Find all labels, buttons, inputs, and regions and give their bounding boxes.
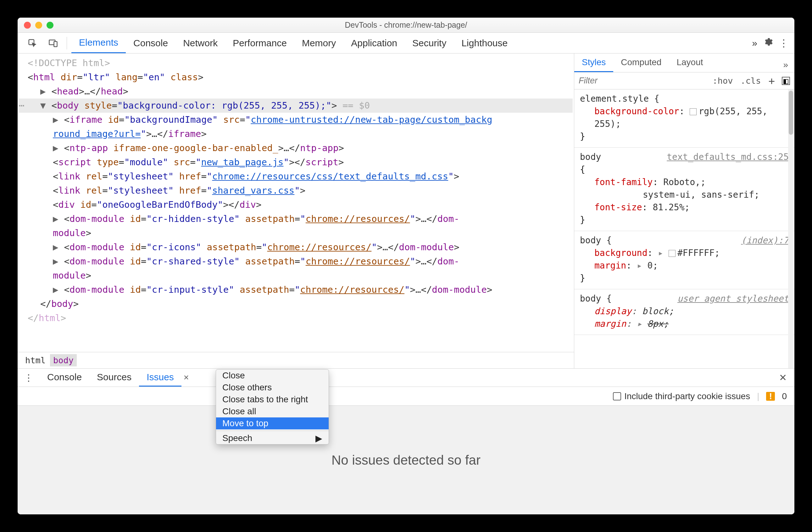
dom-line[interactable]: </html> (19, 311, 573, 325)
main-toolbar: ElementsConsoleNetworkPerformanceMemoryA… (18, 33, 794, 54)
window-titlebar: DevTools - chrome://new-tab-page/ (18, 18, 794, 33)
dom-line[interactable]: round_image?url=">…</iframe> (19, 127, 573, 141)
styles-scrollbar[interactable] (788, 89, 794, 368)
inspect-element-icon[interactable] (23, 37, 42, 50)
dom-line[interactable]: <html dir="ltr" lang="en" class> (19, 70, 573, 84)
drawer-tab-sources[interactable]: Sources (89, 369, 139, 387)
dom-line[interactable]: <div id="oneGoogleBarEndOfBody"></div> (19, 198, 573, 212)
third-party-cookie-checkbox[interactable]: Include third-party cookie issues (613, 391, 750, 401)
dom-tree[interactable]: <!DOCTYPE html><html dir="ltr" lang="en"… (18, 54, 574, 352)
context-menu-item[interactable]: Close tabs to the right (216, 393, 329, 405)
dom-line[interactable]: ⋯▼ <body style="background-color: rgb(25… (19, 99, 573, 113)
dom-line[interactable]: ▶ <head>…</head> (19, 84, 573, 99)
drawer-tab-console[interactable]: Console (40, 369, 89, 387)
breadcrumb[interactable]: html body (18, 352, 574, 368)
drawer-kebab-icon[interactable]: ⋮ (18, 369, 40, 387)
device-toolbar-icon[interactable] (44, 37, 62, 50)
svg-rect-2 (54, 42, 57, 46)
dom-line[interactable]: module> (19, 226, 573, 240)
drawer-close-icon[interactable]: ✕ (779, 372, 787, 383)
context-menu-item[interactable]: Speech▶ (216, 432, 329, 444)
styles-more-tabs-icon[interactable]: » (775, 54, 794, 72)
dom-line[interactable]: <link rel="stylesheet" href="chrome://re… (19, 169, 573, 183)
drawer-tab-issues[interactable]: Issues (139, 369, 182, 387)
dom-line[interactable]: </body> (19, 297, 573, 311)
settings-icon[interactable] (763, 37, 773, 49)
dom-line[interactable]: module> (19, 268, 573, 283)
window-title: DevTools - chrome://new-tab-page/ (18, 20, 794, 30)
breadcrumb-html[interactable]: html (22, 354, 49, 366)
cls-toggle[interactable]: .cls (737, 76, 765, 86)
context-menu-item[interactable]: Move to top (216, 417, 329, 429)
main-tab-security[interactable]: Security (405, 33, 454, 53)
issues-warning-icon[interactable]: ! (766, 392, 775, 401)
dom-line[interactable]: ▶ <ntp-app iframe-one-google-bar-enabled… (19, 141, 573, 155)
styles-filter-input[interactable] (574, 76, 634, 86)
dom-line[interactable]: <link rel="stylesheet" href="shared_vars… (19, 183, 573, 198)
toggle-sidebar-icon[interactable]: ◧ (782, 77, 790, 85)
context-menu-item[interactable]: Close (216, 369, 329, 381)
breadcrumb-body[interactable]: body (50, 354, 77, 366)
context-menu[interactable]: CloseClose othersClose tabs to the right… (216, 369, 329, 445)
kebab-menu-icon[interactable]: ⋮ (779, 37, 789, 49)
main-tab-lighthouse[interactable]: Lighthouse (454, 33, 515, 53)
issues-count: 0 (782, 391, 787, 401)
dom-line[interactable]: ▶ <iframe id="backgroundImage" src="chro… (19, 113, 573, 127)
styles-tab-layout[interactable]: Layout (669, 54, 710, 72)
style-rule[interactable]: body {user agent stylesheetdisplay: bloc… (574, 289, 794, 335)
dom-line[interactable]: ▶ <dom-module id="cr-shared-style" asset… (19, 254, 573, 268)
styles-tab-styles[interactable]: Styles (574, 54, 613, 72)
main-tab-application[interactable]: Application (344, 33, 405, 53)
drawer-tab-close-icon[interactable]: ✕ (183, 374, 189, 382)
dom-line[interactable]: <script type="module" src="new_tab_page.… (19, 155, 573, 169)
main-tab-elements[interactable]: Elements (71, 33, 126, 53)
style-rule[interactable]: bodytext_defaults_md.css:25{font-family:… (574, 148, 794, 231)
main-tab-performance[interactable]: Performance (225, 33, 294, 53)
style-rule[interactable]: body {(index):7background: ▸ #FFFFFF;mar… (574, 231, 794, 289)
context-menu-item[interactable]: Close others (216, 381, 329, 393)
new-style-rule-icon[interactable]: + (765, 74, 779, 87)
dom-line[interactable]: ▶ <dom-module id="cr-hidden-style" asset… (19, 212, 573, 226)
style-rule[interactable]: element.style {background-color: rgb(255… (574, 89, 794, 148)
context-menu-item[interactable]: Close all (216, 405, 329, 417)
main-tab-network[interactable]: Network (175, 33, 225, 53)
more-tabs-icon[interactable]: » (752, 38, 757, 48)
dom-line[interactable]: ▶ <dom-module id="cr-input-style" assetp… (19, 283, 573, 297)
styles-tab-computed[interactable]: Computed (613, 54, 669, 72)
dom-line[interactable]: ▶ <dom-module id="cr-icons" assetpath="c… (19, 240, 573, 254)
issues-empty-state: No issues detected so far CloseClose oth… (18, 406, 794, 514)
dom-line[interactable]: <!DOCTYPE html> (19, 56, 573, 70)
main-tab-memory[interactable]: Memory (294, 33, 344, 53)
hov-toggle[interactable]: :hov (709, 76, 737, 86)
main-tab-console[interactable]: Console (126, 33, 175, 53)
